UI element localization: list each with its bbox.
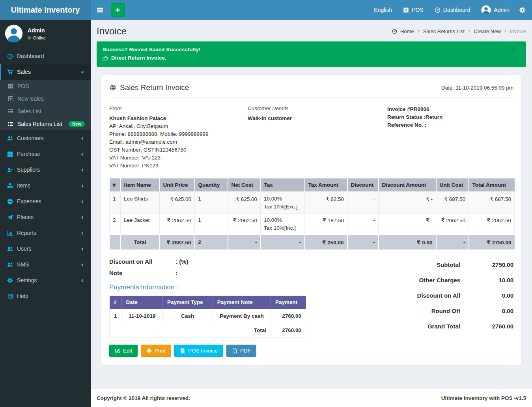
user-menu[interactable]: Admin xyxy=(476,0,515,20)
invoice-title: Sales Return Invoice xyxy=(109,83,189,92)
reference-number: Reference No. : xyxy=(387,121,513,129)
payments-table: # Date Payment Type Payment Note Payment… xyxy=(109,296,306,338)
items-total-row: Total ₹ 2687.50 2 - - ₹ 250.00 - ₹ 0.00 … xyxy=(110,235,515,249)
summary-label: Other Charges xyxy=(419,277,460,283)
col-unit-price: Unit Price xyxy=(160,178,195,192)
sidebar-toggle-button[interactable] xyxy=(91,0,109,20)
total-total-amount: ₹ 2750.00 xyxy=(469,235,515,249)
sidebar-link-purchase[interactable]: Purchase xyxy=(0,146,91,162)
pay-cell-amount: 2760.00 xyxy=(271,309,306,323)
summary-value: 0.00 xyxy=(460,308,513,314)
total-quantity: 2 xyxy=(195,235,228,249)
nav-pos-link[interactable]: POS xyxy=(398,0,429,20)
submenu-item-pos: POS xyxy=(0,80,91,92)
tax-rate: 10.00% xyxy=(264,196,301,202)
pay-col-note: Payment Note xyxy=(213,296,271,309)
sidebar-link-expenses[interactable]: Expenses xyxy=(0,193,91,209)
col-discount-amount: Discount Amount xyxy=(379,178,436,192)
settings-menu[interactable] xyxy=(515,0,532,20)
cell-discount: - xyxy=(347,214,379,235)
edit-button[interactable]: Edit xyxy=(109,345,138,357)
sidebar-label: Dashboard xyxy=(17,53,44,59)
summary-grand-total: Grand Total 2760.00 xyxy=(379,323,513,330)
sidebar-label: Expenses xyxy=(17,198,41,204)
plus-square-icon xyxy=(403,7,409,13)
cell-unit-cost: ₹ 2062.50 xyxy=(436,214,469,235)
cubes-icon xyxy=(7,183,13,189)
pos-invoice-button-label: POS Invoice xyxy=(188,348,218,354)
file-pdf-icon xyxy=(232,348,237,354)
sidebar-item-reports: Reports xyxy=(0,225,91,241)
items-table: # Item Name Unit Price Quantity Net Cost… xyxy=(109,178,515,249)
plus-square-icon xyxy=(8,96,13,101)
page-footer: Copyright © 2019 All rights reserved. Ul… xyxy=(91,389,532,407)
breadcrumb-sales-returns-list[interactable]: Sales Returns List xyxy=(423,28,465,34)
globe-icon xyxy=(109,84,116,91)
submenu-link-pos[interactable]: POS xyxy=(0,80,91,92)
chevron-left-icon xyxy=(80,152,85,156)
alert-close-button[interactable]: × xyxy=(511,45,514,51)
cell-item-name: Lee Jacket xyxy=(121,214,160,235)
sidebar-label: Items xyxy=(17,182,30,189)
sidebar-link-sms[interactable]: SMS xyxy=(0,257,91,272)
sidebar-label: Users xyxy=(17,246,32,252)
summary-other-charges: Other Charges 10.00 xyxy=(379,277,513,283)
note-value: : xyxy=(175,270,177,276)
sidebar-link-items[interactable]: Items xyxy=(0,178,91,193)
printer-icon xyxy=(146,348,152,354)
nav-dashboard-link[interactable]: Dashboard xyxy=(429,0,476,20)
pay-cell-type: Cash xyxy=(163,309,213,323)
sidebar-label: Suppliers xyxy=(17,167,40,173)
minus-circle-icon xyxy=(7,199,13,204)
breadcrumb-home[interactable]: Home xyxy=(400,28,414,34)
submenu-link-sales-returns-list[interactable]: Sales Returns List New xyxy=(0,118,91,130)
edit-icon xyxy=(115,348,120,354)
pdf-button[interactable]: PDF xyxy=(226,345,256,357)
company-address: AP: Ankali, City:Belgaum xyxy=(109,122,248,130)
sidebar-link-customers[interactable]: Customers xyxy=(0,130,91,146)
sidebar-link-dashboard[interactable]: Dashboard xyxy=(0,48,91,64)
col-discount: Discount xyxy=(347,178,379,192)
chevron-left-icon xyxy=(80,231,85,235)
users-icon xyxy=(7,135,13,141)
submenu-label: New Sales xyxy=(17,96,44,102)
totals-summary: Subtotal 2750.00 Other Charges 10.00 Dis… xyxy=(379,258,513,338)
sidebar-label: Sales xyxy=(17,69,31,75)
invoice-title-row: Sales Return Invoice Date: 11-10-2019 06… xyxy=(109,83,513,92)
sidebar-link-users[interactable]: Users xyxy=(0,241,91,257)
pos-invoice-button[interactable]: POS Invoice xyxy=(174,345,223,357)
sidebar-item-dashboard: Dashboard xyxy=(0,48,91,64)
breadcrumb-separator: > xyxy=(504,28,507,34)
tachometer-icon xyxy=(435,7,441,13)
sidebar-link-places[interactable]: Places xyxy=(0,209,91,225)
print-button[interactable]: Print xyxy=(141,345,171,357)
sidebar-label: Purchase xyxy=(17,151,40,157)
submenu-link-new-sales[interactable]: New Sales xyxy=(0,92,91,105)
submenu-item-sales-list: Sales List xyxy=(0,105,91,118)
details-left: Discount on All : (%) Note : Payments In… xyxy=(109,258,314,338)
sidebar-link-sales[interactable]: Sales xyxy=(0,64,91,80)
sidebar-link-suppliers[interactable]: Suppliers xyxy=(0,162,91,178)
submenu-label: POS xyxy=(17,83,29,89)
invoice-date: Date: 11-10-2019 06:55:09 pm xyxy=(441,85,513,91)
sidebar-link-reports[interactable]: Reports xyxy=(0,225,91,241)
cell-item-name: Lee Shirts xyxy=(121,192,160,214)
chevron-left-icon xyxy=(80,199,85,204)
language-menu[interactable]: English xyxy=(368,0,398,20)
payments-total-row: Total 2760.00 xyxy=(110,323,306,338)
alert-title: Success!! Record Saved Successfully! xyxy=(103,47,520,53)
hamburger-icon xyxy=(97,7,103,13)
chevron-left-icon xyxy=(80,136,85,141)
sidebar-link-help[interactable]: Help xyxy=(0,288,91,304)
submenu-link-sales-list[interactable]: Sales List xyxy=(0,105,91,118)
brand-logo[interactable]: Ultimate Inventory xyxy=(0,0,91,20)
quick-add-button[interactable] xyxy=(111,3,125,17)
summary-value: 10.00 xyxy=(460,277,513,283)
sidebar-item-users: Users xyxy=(0,241,91,257)
sidebar-link-settings[interactable]: Settings xyxy=(0,272,91,288)
table-row: 1 11-10-2019 Cash Payment By cash 2760.0… xyxy=(110,309,306,323)
note-row: Note : xyxy=(109,270,314,276)
breadcrumb-create-new[interactable]: Create New xyxy=(474,28,501,34)
sidebar-item-help: Help xyxy=(0,288,91,304)
sidebar-item-sms: SMS xyxy=(0,257,91,272)
